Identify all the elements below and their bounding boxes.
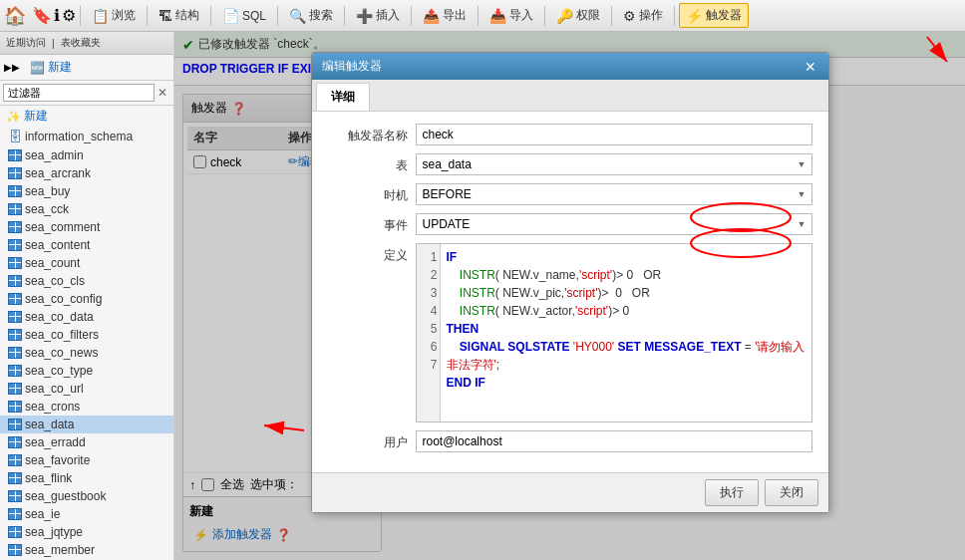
sidebar-item-sea-content[interactable]: sea_content	[0, 236, 173, 254]
sql-icon: 📄	[222, 8, 239, 24]
sidebar-item-sea-ie[interactable]: sea_ie	[0, 505, 173, 523]
table-name: sea_content	[25, 238, 90, 252]
event-field-label: 事件	[328, 213, 408, 234]
user-input[interactable]	[416, 430, 812, 452]
table-name: sea_co_cls	[25, 274, 85, 288]
table-icon	[8, 185, 22, 197]
sidebar-item-sea-crons[interactable]: sea_crons	[0, 398, 173, 416]
search-button[interactable]: 🔍 搜索	[282, 3, 340, 28]
execute-button[interactable]: 执行	[705, 479, 759, 506]
table-name: sea_co_config	[25, 292, 102, 306]
separator-1	[80, 6, 81, 26]
table-name: sea_erradd	[25, 435, 86, 449]
sidebar-item-sea-flink[interactable]: sea_flink	[0, 469, 173, 487]
code-line-6: SIGNAL SQLSTATE 'HY000' SET MESSAGE_TEXT…	[447, 338, 805, 374]
export-icon: 📤	[423, 8, 440, 24]
sidebar-item-sea-buy[interactable]: sea_buy	[0, 182, 173, 200]
sidebar-item-sea-admin[interactable]: sea_admin	[0, 146, 173, 164]
table-name: sea_buy	[25, 184, 70, 198]
sidebar-item-sea-arcrank[interactable]: sea_arcrank	[0, 164, 173, 182]
content-area: ✔ 已修改触发器 `check`。 DROP TRIGGER IF EXISTS…	[174, 32, 965, 560]
sidebar-new-db-item[interactable]: ✨ 新建	[0, 106, 173, 127]
timing-control: BEFORE AFTER	[416, 183, 812, 205]
sidebar-new-item[interactable]: 🆕 新建	[24, 57, 78, 78]
browse-button[interactable]: 📋 浏览	[85, 3, 143, 28]
sidebar-item-sea-comment[interactable]: sea_comment	[0, 218, 173, 236]
event-select[interactable]: INSERT UPDATE DELETE	[416, 213, 812, 235]
sidebar-item-sea-erradd[interactable]: sea_erradd	[0, 433, 173, 451]
sidebar-item-sea-co-cls[interactable]: sea_co_cls	[0, 272, 173, 290]
db-name-label: information_schema	[25, 130, 133, 143]
structure-button[interactable]: 🏗 结构	[152, 3, 206, 28]
sidebar-item-sea-co-filters[interactable]: sea_co_filters	[0, 326, 173, 344]
sidebar-item-sea-co-config[interactable]: sea_co_config	[0, 290, 173, 308]
browse-icon: 📋	[92, 8, 109, 24]
table-name: sea_co_type	[25, 364, 93, 378]
code-line-3: INSTR( NEW.v_pic,'script')> 0 OR	[447, 284, 805, 302]
timing-select[interactable]: BEFORE AFTER	[416, 183, 812, 205]
operations-button[interactable]: ⚙ 操作	[616, 3, 670, 28]
table-icon	[8, 419, 22, 430]
filter-clear-button[interactable]: ✕	[155, 85, 170, 101]
table-name: sea_jqtype	[25, 525, 83, 539]
table-select[interactable]: sea_data	[416, 153, 812, 175]
filter-input[interactable]	[3, 84, 155, 102]
new-label: 新建	[48, 59, 72, 76]
sidebar-header: 近期访问 | 表收藏夹	[0, 32, 173, 55]
definition-row: 定义 1234567 IF INSTR( NEW.v_name,'script'…	[328, 243, 812, 422]
table-name: sea_arcrank	[25, 166, 91, 180]
export-label: 导出	[443, 7, 467, 24]
sidebar-item-information-schema[interactable]: 🗄 information_schema	[0, 127, 173, 146]
insert-label: 插入	[376, 7, 400, 24]
table-icon	[8, 383, 22, 395]
insert-button[interactable]: ➕ 插入	[349, 3, 407, 28]
code-line-2: INSTR( NEW.v_name,'script')> 0 OR	[447, 266, 805, 284]
table-name: sea_guestbook	[25, 489, 106, 503]
sidebar-item-sea-data[interactable]: sea_data	[0, 416, 173, 433]
table-icon	[8, 401, 22, 413]
table-row: 表 sea_data	[328, 153, 812, 175]
table-icon	[8, 167, 22, 179]
line-numbers: 1234567	[417, 244, 441, 421]
sidebar-item-sea-co-url[interactable]: sea_co_url	[0, 380, 173, 398]
sql-button[interactable]: 📄 SQL	[215, 4, 273, 28]
trigger-name-control	[416, 124, 812, 145]
table-name: sea_favorite	[25, 453, 90, 467]
sidebar-item-sea-count[interactable]: sea_count	[0, 254, 173, 272]
user-field-label: 用户	[328, 430, 408, 451]
table-control: sea_data	[416, 153, 812, 175]
main-layout: 近期访问 | 表收藏夹 ▶▶ 🆕 新建 ✕ ✨ 新建 🗄 information…	[0, 32, 965, 560]
triggers-button[interactable]: ⚡ 触发器	[679, 3, 749, 28]
recent-visits-label: 近期访问	[6, 36, 46, 50]
sidebar-item-sea-co-type[interactable]: sea_co_type	[0, 362, 173, 380]
import-button[interactable]: 📥 导入	[482, 3, 540, 28]
separator-10	[674, 6, 675, 26]
sidebar-item-sea-co-data[interactable]: sea_co_data	[0, 308, 173, 326]
tab-details[interactable]: 详细	[316, 83, 370, 111]
table-icon	[8, 472, 22, 484]
sidebar-item-sea-jqtype[interactable]: sea_jqtype	[0, 523, 173, 541]
sidebar-item-sea-guestbook[interactable]: sea_guestbook	[0, 487, 173, 505]
table-name: sea_member	[25, 543, 95, 557]
close-button[interactable]: 关闭	[765, 479, 818, 506]
code-content[interactable]: IF INSTR( NEW.v_name,'script')> 0 OR INS…	[441, 244, 811, 421]
trigger-name-input[interactable]	[416, 124, 812, 145]
code-editor-container: 1234567 IF INSTR( NEW.v_name,'script')> …	[416, 243, 812, 422]
structure-icon: 🏗	[159, 8, 172, 24]
table-icon	[8, 526, 22, 538]
table-name: sea_co_news	[25, 346, 98, 360]
app-logo-icon: 🏠	[4, 5, 26, 27]
dialog-overlay: 编辑触发器 ✕ 详细 触发器名称	[174, 32, 965, 560]
browse-label: 浏览	[112, 7, 136, 24]
export-button[interactable]: 📤 导出	[416, 3, 474, 28]
sidebar-item-sea-co-news[interactable]: sea_co_news	[0, 344, 173, 362]
table-icon	[8, 329, 22, 341]
table-name: sea_data	[25, 418, 74, 431]
sidebar-item-sea-favorite[interactable]: sea_favorite	[0, 451, 173, 469]
code-line-4: INSTR( NEW.v_actor,'script')> 0	[447, 302, 805, 320]
permissions-button[interactable]: 🔑 权限	[549, 3, 607, 28]
sidebar-item-sea-member[interactable]: sea_member	[0, 541, 173, 559]
dialog-close-button[interactable]: ✕	[803, 59, 818, 75]
sidebar-item-sea-cck[interactable]: sea_cck	[0, 200, 173, 218]
separator-5	[344, 6, 345, 26]
